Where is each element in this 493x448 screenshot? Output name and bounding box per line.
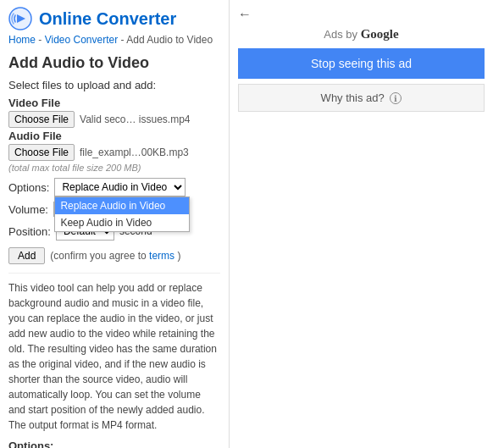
dropdown-item-keep[interactable]: Keep Audio in Video: [55, 214, 189, 231]
volume-label: Volume:: [8, 203, 48, 216]
video-file-label: Video File: [8, 97, 220, 109]
audio-file-choose-btn[interactable]: Choose File: [8, 144, 75, 161]
audio-file-label: Audio File: [8, 130, 220, 142]
add-button[interactable]: Add: [8, 247, 45, 264]
site-title[interactable]: Online Converter: [39, 9, 176, 29]
info-icon: ℹ: [390, 92, 402, 104]
breadcrumb-current: Add Audio to Video: [126, 34, 213, 46]
terms-link[interactable]: terms: [149, 250, 174, 262]
description-text: This video tool can help you add or repl…: [8, 273, 220, 433]
google-label: Google: [361, 27, 399, 41]
options-dropdown-container[interactable]: Replace Audio in Video Keep Audio in Vid…: [54, 178, 186, 196]
options-heading: Options:: [8, 440, 220, 448]
ads-by: Ads by Google: [238, 27, 485, 41]
position-label: Position:: [8, 225, 51, 238]
back-arrow[interactable]: ←: [238, 7, 252, 22]
breadcrumb-sep1: -: [38, 34, 44, 46]
page-subtitle: Select files to upload and add:: [8, 79, 220, 91]
why-ad-button[interactable]: Why this ad? ℹ: [238, 84, 485, 112]
add-confirm-text: (confirm you agree to terms ): [50, 250, 180, 262]
video-file-choose-btn[interactable]: Choose File: [8, 111, 75, 128]
breadcrumb-video-converter[interactable]: Video Converter: [45, 34, 119, 46]
options-select[interactable]: Replace Audio in Video Keep Audio in Vid…: [54, 178, 186, 196]
video-file-info: Valid seco… issues.mp4: [80, 113, 191, 125]
options-label: Options:: [8, 181, 49, 194]
logo-icon: [8, 7, 32, 30]
audio-file-info: file_exampl…00KB.mp3: [80, 147, 189, 158]
max-size-note: (total max total file size 200 MB): [8, 163, 220, 173]
stop-ad-button[interactable]: Stop seeing this ad: [238, 48, 485, 79]
page-title: Add Audio to Video: [8, 54, 220, 72]
options-dropdown-menu: Replace Audio in Video Keep Audio in Vid…: [54, 196, 190, 232]
breadcrumb-home[interactable]: Home: [8, 34, 36, 46]
dropdown-item-replace[interactable]: Replace Audio in Video: [55, 197, 189, 214]
breadcrumb: Home - Video Converter - Add Audio to Vi…: [8, 34, 220, 46]
